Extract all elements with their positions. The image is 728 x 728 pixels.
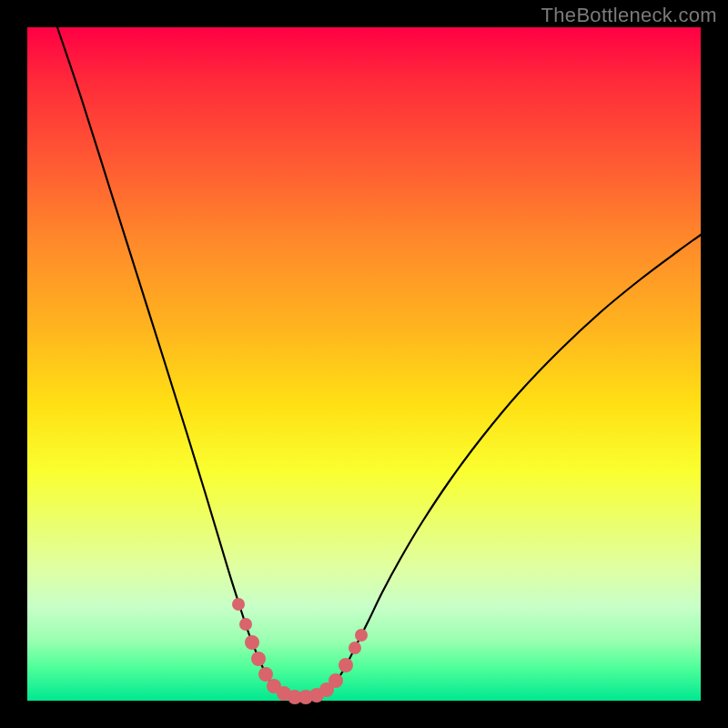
highlight-marker [355, 629, 368, 642]
highlight-marker [349, 642, 361, 654]
bottleneck-curve [57, 27, 701, 697]
highlight-marker [258, 667, 273, 682]
highlight-marker [245, 635, 259, 650]
highlight-marker [239, 618, 252, 631]
highlight-marker [339, 658, 353, 672]
highlight-markers [232, 598, 368, 704]
highlight-marker [232, 598, 245, 611]
curve-layer [0, 0, 728, 728]
highlight-marker [251, 652, 266, 666]
highlight-marker [329, 673, 343, 688]
